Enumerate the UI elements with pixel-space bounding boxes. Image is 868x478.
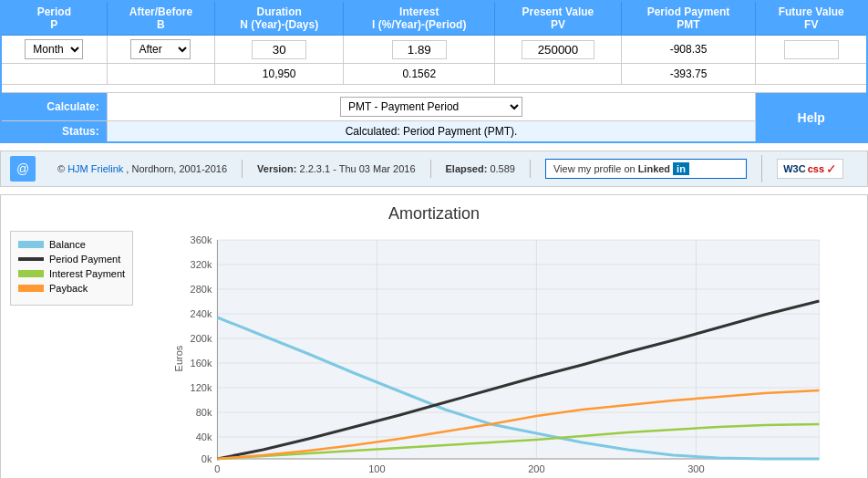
legend-period-payment: Period Payment bbox=[18, 254, 125, 265]
col-header-afterbefore: After/Before B bbox=[107, 1, 214, 36]
balance-label: Balance bbox=[49, 239, 86, 250]
elapsed-item: Elapsed: 0.589 bbox=[431, 160, 531, 178]
period-cell[interactable]: Month Year Day Week bbox=[1, 36, 107, 64]
col-header-interest: Interest I (%/Year)-(Period) bbox=[344, 1, 495, 36]
duration-cell-row1[interactable] bbox=[215, 36, 344, 64]
y-label-200k: 200k bbox=[191, 333, 212, 344]
amortization-chart: 360k 320k 280k 240k 200k 160k 120k 80k 4… bbox=[142, 231, 858, 478]
after-before-select[interactable]: After Before bbox=[130, 39, 191, 59]
spacer-row bbox=[1, 85, 867, 93]
status-label-cell: Status: bbox=[1, 121, 107, 143]
interest-payment-label: Interest Payment bbox=[49, 268, 125, 279]
linkedin-item[interactable]: View my profile on Linkedin bbox=[531, 155, 762, 182]
empty-ab-row2 bbox=[107, 64, 214, 85]
col-header-pmt: Period Payment PMT bbox=[621, 1, 756, 36]
interest-payment-color bbox=[18, 270, 44, 277]
interest-input[interactable] bbox=[392, 40, 447, 59]
empty-period-row2 bbox=[1, 64, 107, 85]
y-label-280k: 280k bbox=[191, 284, 212, 295]
calculate-select[interactable]: PMT - Payment Period PV - Present Value … bbox=[340, 97, 522, 117]
y-label-240k: 240k bbox=[191, 308, 212, 319]
fv-cell-row1[interactable] bbox=[756, 36, 867, 64]
w3c-badge: W3C css ✓ bbox=[777, 159, 843, 179]
balance-color bbox=[18, 241, 44, 248]
payback-color bbox=[18, 285, 44, 292]
hjm-link[interactable]: HJM Frielink bbox=[67, 163, 123, 174]
pv-input[interactable] bbox=[522, 40, 594, 59]
legend-interest-payment: Interest Payment bbox=[18, 268, 125, 279]
y-label-360k: 360k bbox=[191, 234, 212, 245]
linkedin-button[interactable]: View my profile on Linkedin bbox=[545, 159, 747, 179]
x-label-300: 300 bbox=[687, 463, 704, 474]
calculate-label-cell: Calculate: bbox=[1, 93, 107, 121]
copyright-item: © HJM Frielink , Nordhorn, 2001-2016 bbox=[43, 160, 243, 178]
x-label-200: 200 bbox=[528, 463, 544, 474]
after-before-cell[interactable]: After Before bbox=[107, 36, 214, 64]
chart-wrapper: 360k 320k 280k 240k 200k 160k 120k 80k 4… bbox=[142, 231, 858, 478]
empty-fv-row2 bbox=[756, 64, 867, 85]
email-icon[interactable]: @ bbox=[10, 156, 36, 182]
chart-area: Balance Period Payment Interest Payment … bbox=[10, 231, 858, 478]
w3c-item: W3C css ✓ bbox=[762, 155, 858, 182]
y-label-80k: 80k bbox=[196, 407, 212, 418]
pmt-cell-row2: -393.75 bbox=[621, 64, 756, 85]
period-select[interactable]: Month Year Day Week bbox=[25, 39, 83, 59]
fv-input[interactable] bbox=[784, 40, 839, 59]
status-value-cell: Calculated: Period Payment (PMT). bbox=[107, 121, 756, 143]
payback-label: Payback bbox=[49, 283, 88, 294]
chart-container: Amortization Balance Period Payment Inte… bbox=[0, 194, 868, 478]
legend-payback: Payback bbox=[18, 283, 125, 294]
col-header-period: Period P bbox=[1, 1, 107, 36]
duration-input[interactable] bbox=[252, 40, 306, 59]
version-item: Version: 2.2.3.1 - Thu 03 Mar 2016 bbox=[243, 160, 430, 178]
y-label-120k: 120k bbox=[191, 382, 212, 393]
x-label-100: 100 bbox=[368, 463, 385, 474]
y-label-40k: 40k bbox=[196, 431, 212, 442]
col-header-fv: Future Value FV bbox=[756, 1, 867, 36]
col-header-duration: Duration N (Year)-(Days) bbox=[215, 1, 344, 36]
interest-cell-row1[interactable] bbox=[344, 36, 495, 64]
period-payment-color bbox=[18, 257, 44, 261]
y-label-0k: 0k bbox=[202, 453, 212, 464]
help-button[interactable]: Help bbox=[756, 93, 867, 143]
interest-cell-row2: 0.1562 bbox=[344, 64, 495, 85]
pmt-cell-row1: -908.35 bbox=[621, 36, 756, 64]
period-payment-label: Period Payment bbox=[49, 254, 120, 265]
duration-cell-row2: 10,950 bbox=[215, 64, 344, 85]
chart-title: Amortization bbox=[10, 204, 858, 223]
x-label-0: 0 bbox=[215, 463, 221, 474]
calculate-select-cell[interactable]: PMT - Payment Period PV - Present Value … bbox=[107, 93, 756, 121]
y-label-320k: 320k bbox=[191, 259, 212, 270]
pv-cell-row1[interactable] bbox=[495, 36, 621, 64]
legend-balance: Balance bbox=[18, 239, 125, 250]
footer-bar: @ © HJM Frielink , Nordhorn, 2001-2016 V… bbox=[0, 151, 868, 187]
col-header-pv: Present Value PV bbox=[495, 1, 621, 36]
y-axis-title: Euros bbox=[174, 345, 185, 371]
empty-pv-row2 bbox=[495, 64, 621, 85]
y-label-160k: 160k bbox=[191, 358, 212, 369]
calculator-table: Period P After/Before B Duration N (Year… bbox=[0, 0, 868, 143]
chart-legend: Balance Period Payment Interest Payment … bbox=[10, 231, 133, 306]
